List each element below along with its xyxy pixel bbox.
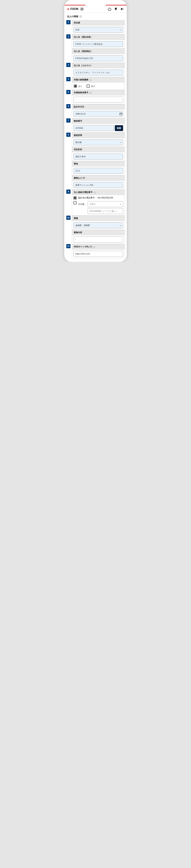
city-label: 市区町村	[72, 147, 125, 152]
bell-icon	[114, 7, 118, 11]
help-icon[interactable]: ?	[89, 92, 92, 94]
power-button[interactable]	[108, 7, 112, 11]
menu-button[interactable]	[80, 7, 84, 11]
chevron-down-icon: ▾	[123, 8, 124, 10]
section-title: 法人の情報 ?	[64, 13, 127, 19]
logo-mark-icon: ✕·	[67, 7, 70, 11]
business-desc-label: 業務内容	[72, 230, 125, 235]
street-label: 番地	[72, 161, 125, 166]
step-badge-9: 9	[66, 190, 70, 194]
prefecture-label: 都道府県	[72, 133, 125, 138]
checkbox-icon	[87, 85, 90, 88]
company-name-reg-input[interactable]	[73, 41, 123, 47]
country-code-select[interactable]: 国番号	[88, 201, 123, 207]
notifications-button[interactable]	[114, 7, 118, 11]
app-header: ✕· FXON ▾	[64, 5, 127, 13]
checkbox-icon	[73, 196, 76, 199]
city-input[interactable]	[73, 154, 123, 159]
help-icon[interactable]: ?	[93, 246, 95, 248]
step-badge-1: 1	[66, 20, 70, 24]
zip-label: 郵便番号	[72, 118, 125, 124]
step-badge-11: 11	[66, 244, 70, 248]
help-icon[interactable]: ?	[79, 15, 82, 18]
checkbox-icon	[73, 201, 76, 204]
company-name-en-input[interactable]	[73, 55, 123, 61]
phone-verified-text: 認証済み電話番号： +81 9012341234	[78, 196, 113, 199]
step-badge-8: 8	[66, 133, 70, 137]
industry-select[interactable]: 金融業・保険業	[73, 222, 123, 228]
company-name-reg-label: 法人名（登記名称）	[72, 34, 125, 40]
us-tax-label: 米国の納税義務?	[72, 77, 125, 83]
gear-icon	[120, 7, 123, 11]
step-badge-10: 10	[66, 216, 70, 220]
us-tin-input[interactable]	[73, 97, 123, 102]
step-badge-6: 6	[66, 104, 70, 108]
power-icon	[108, 7, 112, 11]
us-tax-radio-yes[interactable]: あり	[87, 85, 95, 88]
step-badge-3: 3	[66, 63, 70, 67]
phone-radio-verified[interactable]: 認証済み電話番号： +81 9012341234	[73, 196, 123, 199]
us-tin-label: 米国納税者番号?	[72, 90, 125, 95]
phone-number-input[interactable]	[88, 208, 123, 214]
zip-search-button[interactable]: 検索	[115, 125, 123, 131]
step-badge-7: 7	[66, 118, 70, 123]
phone-other-label: その他：	[78, 201, 86, 206]
company-name-kana-label: 法人名（カタカナ）	[72, 63, 125, 68]
settings-button[interactable]: ▾	[120, 7, 124, 11]
step-badge-5: 5	[66, 90, 70, 94]
hamburger-icon	[80, 7, 84, 11]
street-input[interactable]	[73, 168, 123, 174]
country-label: 所在国	[72, 20, 125, 26]
prefecture-select[interactable]: 東京都	[73, 140, 123, 145]
step-badge-4: 4	[66, 77, 70, 81]
phone-label: 法人連絡先電話番号?	[72, 190, 125, 195]
url-label: WEBサイトURL (*)?	[72, 244, 125, 249]
zip-input[interactable]	[73, 125, 114, 131]
step-badge-2: 2	[66, 34, 70, 38]
checkbox-icon	[74, 85, 77, 88]
help-icon[interactable]: ?	[94, 191, 96, 193]
us-tax-radio-none[interactable]: なし	[74, 85, 83, 88]
url-input[interactable]	[73, 251, 123, 257]
help-icon[interactable]: ?	[89, 79, 92, 81]
building-label: 建物など (*)	[72, 175, 125, 181]
business-desc-input[interactable]	[73, 237, 123, 243]
brand-logo: ✕· FXON	[67, 7, 78, 11]
phone-radio-other[interactable]: その他： 国番号	[73, 201, 123, 214]
company-name-kana-input[interactable]	[73, 70, 123, 75]
established-label: 設立年月日	[72, 104, 125, 110]
industry-label: 業種	[72, 216, 125, 221]
building-input[interactable]	[73, 182, 123, 188]
established-date-input[interactable]	[73, 111, 123, 117]
country-select[interactable]: 日本	[73, 27, 123, 33]
company-name-en-label: 法人名（英語表記）	[72, 49, 125, 54]
